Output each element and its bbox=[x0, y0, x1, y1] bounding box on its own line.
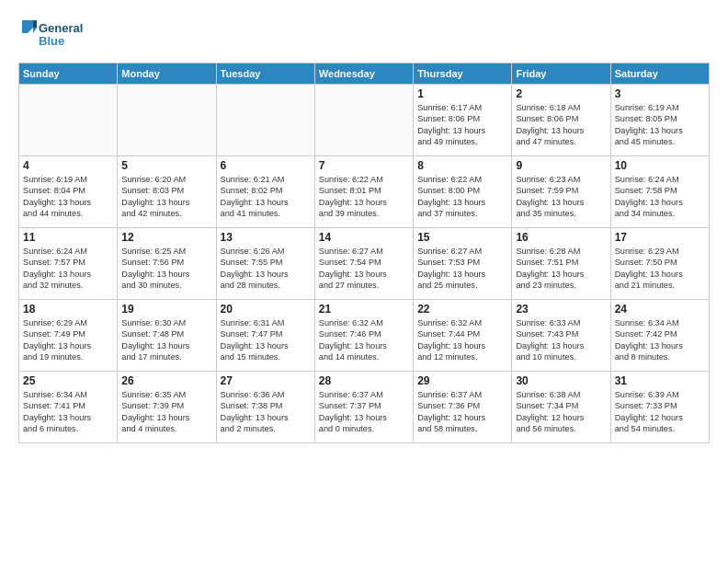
day-info: Sunrise: 6:21 AM Sunset: 8:02 PM Dayligh… bbox=[221, 174, 311, 220]
calendar-cell bbox=[216, 85, 314, 156]
calendar-week-0: 1Sunrise: 6:17 AM Sunset: 8:06 PM Daylig… bbox=[19, 85, 710, 156]
day-number: 11 bbox=[23, 231, 113, 244]
calendar-cell: 19Sunrise: 6:30 AM Sunset: 7:48 PM Dayli… bbox=[118, 300, 216, 372]
day-info: Sunrise: 6:32 AM Sunset: 7:44 PM Dayligh… bbox=[417, 317, 507, 363]
day-number: 5 bbox=[121, 159, 211, 172]
day-number: 4 bbox=[23, 159, 113, 172]
page: General Blue SundayMondayTuesdayWednesda… bbox=[0, 0, 728, 563]
weekday-monday: Monday bbox=[118, 63, 216, 85]
day-info: Sunrise: 6:35 AM Sunset: 7:39 PM Dayligh… bbox=[121, 389, 211, 435]
day-number: 10 bbox=[615, 159, 705, 172]
calendar-cell: 7Sunrise: 6:22 AM Sunset: 8:01 PM Daylig… bbox=[314, 156, 413, 228]
day-number: 27 bbox=[221, 374, 311, 387]
day-info: Sunrise: 6:36 AM Sunset: 7:38 PM Dayligh… bbox=[221, 389, 311, 435]
day-number: 3 bbox=[615, 87, 705, 100]
calendar-cell: 31Sunrise: 6:39 AM Sunset: 7:33 PM Dayli… bbox=[610, 372, 709, 443]
day-info: Sunrise: 6:39 AM Sunset: 7:33 PM Dayligh… bbox=[615, 389, 705, 435]
day-info: Sunrise: 6:32 AM Sunset: 7:46 PM Dayligh… bbox=[319, 317, 409, 363]
day-number: 30 bbox=[516, 374, 606, 387]
day-number: 6 bbox=[221, 159, 311, 172]
day-info: Sunrise: 6:23 AM Sunset: 7:59 PM Dayligh… bbox=[516, 174, 606, 220]
day-number: 16 bbox=[516, 231, 606, 244]
day-number: 19 bbox=[121, 303, 211, 316]
calendar-cell: 30Sunrise: 6:38 AM Sunset: 7:34 PM Dayli… bbox=[512, 372, 610, 443]
day-info: Sunrise: 6:33 AM Sunset: 7:43 PM Dayligh… bbox=[516, 317, 606, 363]
calendar-cell: 18Sunrise: 6:29 AM Sunset: 7:49 PM Dayli… bbox=[19, 300, 118, 372]
calendar-cell: 24Sunrise: 6:34 AM Sunset: 7:42 PM Dayli… bbox=[610, 300, 709, 372]
calendar-cell: 15Sunrise: 6:27 AM Sunset: 7:53 PM Dayli… bbox=[414, 228, 512, 300]
svg-text:Blue: Blue bbox=[39, 34, 64, 48]
calendar-cell: 23Sunrise: 6:33 AM Sunset: 7:43 PM Dayli… bbox=[512, 300, 610, 372]
day-info: Sunrise: 6:22 AM Sunset: 8:00 PM Dayligh… bbox=[417, 174, 507, 220]
header: General Blue bbox=[18, 17, 710, 53]
day-number: 13 bbox=[221, 231, 311, 244]
day-info: Sunrise: 6:28 AM Sunset: 7:51 PM Dayligh… bbox=[516, 246, 606, 292]
calendar-cell: 21Sunrise: 6:32 AM Sunset: 7:46 PM Dayli… bbox=[314, 300, 413, 372]
day-info: Sunrise: 6:20 AM Sunset: 8:03 PM Dayligh… bbox=[121, 174, 211, 220]
day-number: 1 bbox=[417, 87, 507, 100]
day-number: 8 bbox=[417, 159, 507, 172]
logo: General Blue bbox=[18, 17, 101, 53]
logo-svg: General Blue bbox=[18, 17, 101, 53]
calendar-cell: 1Sunrise: 6:17 AM Sunset: 8:06 PM Daylig… bbox=[414, 85, 512, 156]
day-info: Sunrise: 6:17 AM Sunset: 8:06 PM Dayligh… bbox=[417, 102, 507, 148]
day-number: 20 bbox=[221, 303, 311, 316]
day-number: 21 bbox=[319, 303, 409, 316]
day-info: Sunrise: 6:27 AM Sunset: 7:54 PM Dayligh… bbox=[319, 246, 409, 292]
day-info: Sunrise: 6:27 AM Sunset: 7:53 PM Dayligh… bbox=[417, 246, 507, 292]
day-number: 14 bbox=[319, 231, 409, 244]
calendar-cell: 13Sunrise: 6:26 AM Sunset: 7:55 PM Dayli… bbox=[216, 228, 314, 300]
day-number: 12 bbox=[121, 231, 211, 244]
calendar-cell: 6Sunrise: 6:21 AM Sunset: 8:02 PM Daylig… bbox=[216, 156, 314, 228]
day-number: 25 bbox=[23, 374, 113, 387]
weekday-wednesday: Wednesday bbox=[314, 63, 413, 85]
day-number: 15 bbox=[417, 231, 507, 244]
day-info: Sunrise: 6:30 AM Sunset: 7:48 PM Dayligh… bbox=[121, 317, 211, 363]
day-number: 26 bbox=[121, 374, 211, 387]
calendar-cell: 8Sunrise: 6:22 AM Sunset: 8:00 PM Daylig… bbox=[414, 156, 512, 228]
calendar-cell: 27Sunrise: 6:36 AM Sunset: 7:38 PM Dayli… bbox=[216, 372, 314, 443]
calendar-cell: 26Sunrise: 6:35 AM Sunset: 7:39 PM Dayli… bbox=[118, 372, 216, 443]
calendar-cell: 11Sunrise: 6:24 AM Sunset: 7:57 PM Dayli… bbox=[19, 228, 118, 300]
svg-marker-3 bbox=[22, 20, 33, 33]
day-number: 17 bbox=[615, 231, 705, 244]
calendar-cell bbox=[19, 85, 118, 156]
day-info: Sunrise: 6:34 AM Sunset: 7:42 PM Dayligh… bbox=[615, 317, 705, 363]
day-info: Sunrise: 6:24 AM Sunset: 7:57 PM Dayligh… bbox=[23, 246, 113, 292]
weekday-thursday: Thursday bbox=[414, 63, 512, 85]
day-number: 29 bbox=[417, 374, 507, 387]
calendar-cell: 2Sunrise: 6:18 AM Sunset: 8:06 PM Daylig… bbox=[512, 85, 610, 156]
calendar-cell: 12Sunrise: 6:25 AM Sunset: 7:56 PM Dayli… bbox=[118, 228, 216, 300]
day-number: 24 bbox=[615, 303, 705, 316]
weekday-saturday: Saturday bbox=[610, 63, 709, 85]
day-info: Sunrise: 6:24 AM Sunset: 7:58 PM Dayligh… bbox=[615, 174, 705, 220]
day-number: 23 bbox=[516, 303, 606, 316]
day-info: Sunrise: 6:19 AM Sunset: 8:05 PM Dayligh… bbox=[615, 102, 705, 148]
calendar-cell: 20Sunrise: 6:31 AM Sunset: 7:47 PM Dayli… bbox=[216, 300, 314, 372]
calendar-week-1: 4Sunrise: 6:19 AM Sunset: 8:04 PM Daylig… bbox=[19, 156, 710, 228]
day-number: 31 bbox=[615, 374, 705, 387]
day-number: 28 bbox=[319, 374, 409, 387]
weekday-tuesday: Tuesday bbox=[216, 63, 314, 85]
calendar-week-4: 25Sunrise: 6:34 AM Sunset: 7:41 PM Dayli… bbox=[19, 372, 710, 443]
calendar-cell: 25Sunrise: 6:34 AM Sunset: 7:41 PM Dayli… bbox=[19, 372, 118, 443]
calendar-week-3: 18Sunrise: 6:29 AM Sunset: 7:49 PM Dayli… bbox=[19, 300, 710, 372]
day-info: Sunrise: 6:18 AM Sunset: 8:06 PM Dayligh… bbox=[516, 102, 606, 148]
day-info: Sunrise: 6:22 AM Sunset: 8:01 PM Dayligh… bbox=[319, 174, 409, 220]
calendar-cell: 3Sunrise: 6:19 AM Sunset: 8:05 PM Daylig… bbox=[610, 85, 709, 156]
day-info: Sunrise: 6:25 AM Sunset: 7:56 PM Dayligh… bbox=[121, 246, 211, 292]
svg-marker-4 bbox=[33, 20, 37, 28]
day-info: Sunrise: 6:29 AM Sunset: 7:49 PM Dayligh… bbox=[23, 317, 113, 363]
day-info: Sunrise: 6:31 AM Sunset: 7:47 PM Dayligh… bbox=[221, 317, 311, 363]
day-info: Sunrise: 6:34 AM Sunset: 7:41 PM Dayligh… bbox=[23, 389, 113, 435]
day-info: Sunrise: 6:26 AM Sunset: 7:55 PM Dayligh… bbox=[221, 246, 311, 292]
calendar-cell: 17Sunrise: 6:29 AM Sunset: 7:50 PM Dayli… bbox=[610, 228, 709, 300]
calendar-cell: 5Sunrise: 6:20 AM Sunset: 8:03 PM Daylig… bbox=[118, 156, 216, 228]
svg-marker-5 bbox=[33, 28, 37, 33]
calendar-cell: 29Sunrise: 6:37 AM Sunset: 7:36 PM Dayli… bbox=[414, 372, 512, 443]
weekday-header-row: SundayMondayTuesdayWednesdayThursdayFrid… bbox=[19, 63, 710, 85]
calendar-cell: 10Sunrise: 6:24 AM Sunset: 7:58 PM Dayli… bbox=[610, 156, 709, 228]
day-info: Sunrise: 6:37 AM Sunset: 7:37 PM Dayligh… bbox=[319, 389, 409, 435]
svg-text:General: General bbox=[39, 21, 83, 35]
day-number: 9 bbox=[516, 159, 606, 172]
